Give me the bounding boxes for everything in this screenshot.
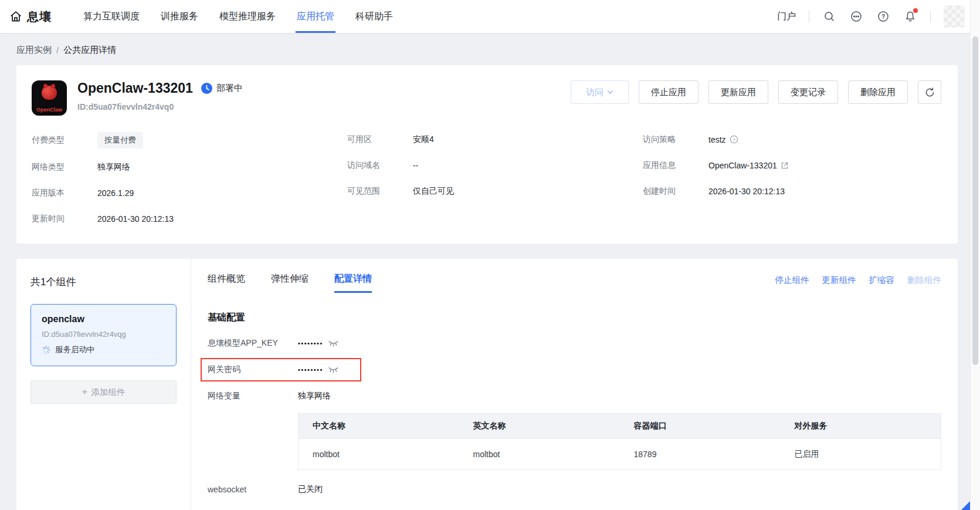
external-link-icon[interactable] xyxy=(781,161,789,170)
question-circle-icon[interactable]: ? xyxy=(730,135,738,144)
portal-link[interactable]: 门户 xyxy=(777,11,796,23)
visit-button[interactable]: 访问 xyxy=(571,80,629,104)
loading-spinner-icon xyxy=(42,346,50,354)
component-status: 服务启动中 xyxy=(42,344,167,355)
component-status-text: 服务启动中 xyxy=(55,344,95,355)
col-header-english-name: 英文名称 xyxy=(459,414,620,439)
info-column-2: 可用区 安顺4 访问域名 -- 可见范围 仅自己可见 xyxy=(347,132,643,226)
cell-english-name: moltbot xyxy=(459,439,620,470)
tab-elastic-scaling[interactable]: 弹性伸缩 xyxy=(271,273,308,293)
tab-component-overview[interactable]: 组件概览 xyxy=(208,273,245,293)
cell-chinese-name: moltbot xyxy=(299,439,459,470)
stop-app-button[interactable]: 停止应用 xyxy=(639,80,698,104)
divider xyxy=(930,11,931,22)
stop-component-link[interactable]: 停止组件 xyxy=(775,275,809,286)
access-policy-value: testz xyxy=(708,135,726,144)
nav-item-research-assistant[interactable]: 科研助手 xyxy=(345,0,403,33)
field-label: 可用区 xyxy=(347,134,413,145)
info-column-1: 付费类型 按量付费 网络类型 独享网络 应用版本 2026.1.29 更新时间 … xyxy=(32,132,347,226)
more-icon[interactable] xyxy=(849,9,863,23)
delete-app-button[interactable]: 删除应用 xyxy=(848,80,908,104)
component-tabs: 组件概览 弹性伸缩 配置详情 xyxy=(208,273,372,293)
gateway-password-masked-value: •••••••• xyxy=(298,366,323,373)
app-key-label: 息壤模型APP_KEY xyxy=(208,338,298,349)
main-nav: 算力互联调度 训推服务 模型推理服务 应用托管 科研助手 xyxy=(73,0,403,33)
breadcrumb-app-instances[interactable]: 应用实例 xyxy=(16,45,52,56)
update-app-button[interactable]: 更新应用 xyxy=(708,80,768,104)
status-text: 部署中 xyxy=(216,83,243,94)
field-label: 创建时间 xyxy=(643,186,708,197)
search-icon[interactable] xyxy=(822,9,836,23)
clock-icon xyxy=(201,83,212,94)
scale-component-link[interactable]: 扩缩容 xyxy=(869,275,895,286)
notification-bell-icon[interactable] xyxy=(903,9,917,23)
brand-logo[interactable]: 息壤 xyxy=(6,9,55,25)
info-row-access-policy: 访问策略 testz ? xyxy=(643,132,941,147)
info-row-update-time: 更新时间 2026-01-30 20:12:13 xyxy=(32,211,347,226)
field-label: 可见范围 xyxy=(347,186,413,197)
home-icon xyxy=(9,10,22,23)
info-row-app-info: 应用信息 OpenClaw-133201 xyxy=(643,158,941,173)
info-row-billing-type: 付费类型 按量付费 xyxy=(32,132,347,148)
component-tabs-row: 组件概览 弹性伸缩 配置详情 停止组件 更新组件 扩缩容 删除组件 xyxy=(208,273,941,293)
config-row-app-key: 息壤模型APP_KEY •••••••• xyxy=(208,338,941,349)
add-component-label: 添加组件 xyxy=(91,387,125,398)
field-label: 付费类型 xyxy=(32,135,97,146)
help-icon[interactable]: ? xyxy=(876,9,890,23)
field-label: 更新时间 xyxy=(32,214,97,224)
app-key-masked-value: •••••••• xyxy=(298,340,323,347)
component-card-openclaw[interactable]: openclaw ID:d5ua07fievvln42r4vqg xyxy=(30,304,177,366)
port-table-row: moltbot moltbot 18789 已启用 xyxy=(299,439,941,470)
nav-item-compute-scheduling[interactable]: 算力互联调度 xyxy=(73,0,150,33)
port-table-wrap: 中文名称 英文名称 容器端口 对外服务 moltbot moltbot 1878… xyxy=(298,413,941,470)
app-actions: 访问 停止应用 更新应用 变更记录 删除应用 xyxy=(571,80,941,104)
change-log-button[interactable]: 变更记录 xyxy=(778,80,838,104)
field-value: 2026-01-30 20:12:13 xyxy=(708,187,785,196)
field-value: 仅自己可见 xyxy=(413,186,454,197)
scrollbar-thumb[interactable] xyxy=(972,36,978,365)
update-component-link[interactable]: 更新组件 xyxy=(822,275,856,286)
config-row-network-var: 网络变量 独享网络 xyxy=(208,391,941,401)
billing-type-tag: 按量付费 xyxy=(97,132,143,148)
svg-text:?: ? xyxy=(733,137,735,143)
user-avatar[interactable] xyxy=(944,5,965,28)
breadcrumb-separator: / xyxy=(56,45,59,55)
component-id: ID:d5ua07fievvln42r4vqg xyxy=(42,330,167,339)
page-title: OpenClaw-133201 xyxy=(77,80,193,96)
col-header-container-port: 容器端口 xyxy=(620,414,781,439)
field-label: 访问域名 xyxy=(347,160,413,171)
tab-config-details[interactable]: 配置详情 xyxy=(334,273,372,293)
network-var-label: 网络变量 xyxy=(208,391,298,401)
component-count: 共1个组件 xyxy=(30,275,177,289)
top-navbar: 息壤 算力互联调度 训推服务 模型推理服务 应用托管 科研助手 门户 ? xyxy=(0,0,980,33)
refresh-button[interactable] xyxy=(918,80,941,104)
delete-component-link[interactable]: 删除组件 xyxy=(907,275,941,286)
network-var-value: 独享网络 xyxy=(298,391,331,401)
breadcrumb: 应用实例 / 公共应用详情 xyxy=(16,45,980,56)
page-scrollbar[interactable] xyxy=(970,0,980,510)
cell-container-port: 18789 xyxy=(620,439,781,470)
add-component-button[interactable]: + 添加组件 xyxy=(30,380,177,404)
col-header-external-service: 对外服务 xyxy=(781,414,941,439)
refresh-icon xyxy=(925,87,935,97)
component-name: openclaw xyxy=(42,314,167,325)
nav-item-model-inference[interactable]: 模型推理服务 xyxy=(209,0,286,33)
eye-closed-icon[interactable] xyxy=(328,340,338,347)
svg-text:?: ? xyxy=(881,13,885,20)
nav-item-training-service[interactable]: 训推服务 xyxy=(150,0,209,33)
corner-widget-triangle[interactable] xyxy=(961,501,970,510)
visit-button-label: 访问 xyxy=(586,87,603,98)
info-row-access-domain: 访问域名 -- xyxy=(347,158,643,173)
app-id: ID:d5ua07fievvln42r4vq0 xyxy=(77,102,243,112)
app-header: OpenClaw OpenClaw-133201 部署中 ID:d5ua07fi… xyxy=(32,80,941,116)
websocket-value: 已关闭 xyxy=(298,484,323,495)
app-info-link[interactable]: OpenClaw-133201 xyxy=(708,161,777,170)
component-actions: 停止组件 更新组件 扩缩容 删除组件 xyxy=(775,273,942,286)
component-detail-card: 共1个组件 openclaw ID:d5ua07fievvln42r4vqg xyxy=(16,259,958,510)
nav-item-app-hosting[interactable]: 应用托管 xyxy=(286,0,345,33)
eye-closed-icon[interactable] xyxy=(328,366,338,374)
field-value: 安顺4 xyxy=(413,134,434,145)
basic-config-title: 基础配置 xyxy=(208,312,941,324)
component-main-panel: 组件概览 弹性伸缩 配置详情 停止组件 更新组件 扩缩容 删除组件 基础配置 息… xyxy=(191,259,958,510)
field-label: 应用版本 xyxy=(32,188,97,198)
